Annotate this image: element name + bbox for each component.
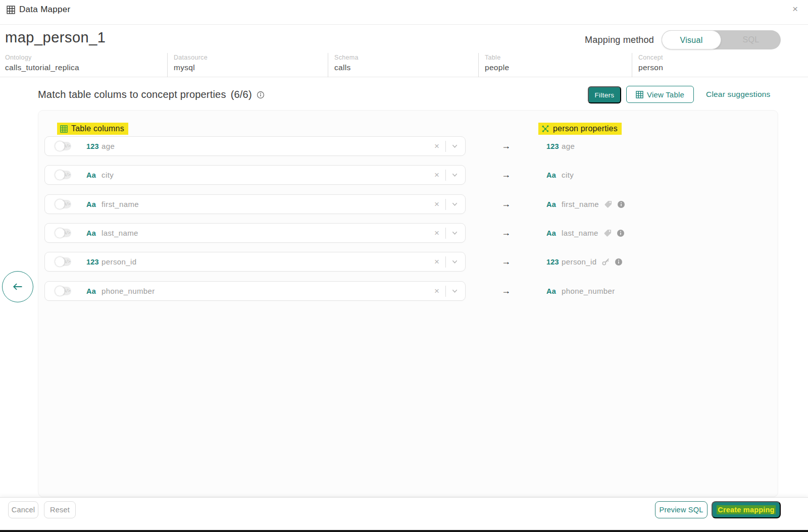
column-name: city (102, 171, 114, 179)
mapping-row: </> Aa city × → Aa city (0, 165, 808, 185)
data-mapper-window: Data Mapper × map_person_1 Mapping metho… (0, 0, 808, 532)
chevron-down-icon[interactable] (451, 230, 458, 236)
column-select-last-name[interactable]: </> Aa last_name × (44, 223, 466, 243)
table-columns-header: Table columns (57, 123, 128, 135)
column-select-age[interactable]: </> 123 age × (44, 136, 466, 156)
property-city: Aa city (546, 165, 579, 185)
info-icon[interactable] (257, 91, 265, 99)
type-number-icon: 123 (86, 142, 102, 150)
type-string-icon: Aa (86, 229, 102, 237)
property-name: age (562, 142, 575, 150)
back-button[interactable] (2, 271, 33, 302)
static-value-toggle[interactable]: </> (55, 200, 71, 208)
meta-schema: Schema calls (328, 53, 478, 77)
clear-selection-icon[interactable]: × (434, 229, 439, 237)
type-number-icon: 123 (546, 142, 562, 150)
type-string-icon: Aa (546, 229, 562, 237)
filters-button[interactable]: Filters (588, 86, 621, 103)
tag-icon (604, 200, 613, 208)
table-grid-icon (636, 91, 643, 98)
window-title: Data Mapper (7, 5, 71, 15)
reset-button[interactable]: Reset (44, 501, 76, 518)
type-string-icon: Aa (546, 287, 562, 295)
property-name: phone_number (562, 287, 615, 295)
mapping-name-title: map_person_1 (5, 29, 106, 46)
meta-concept: Concept person (632, 53, 808, 77)
property-name: city (562, 171, 574, 179)
static-value-toggle[interactable]: </> (55, 287, 71, 295)
column-select-first-name[interactable]: </> Aa first_name × (44, 194, 466, 214)
tab-visual[interactable]: Visual (662, 30, 721, 49)
maps-to-arrow-icon: → (497, 252, 515, 272)
create-mapping-button[interactable]: Create mapping (712, 501, 781, 518)
property-first-name: Aa first_name (546, 194, 630, 214)
type-number-icon: 123 (86, 258, 102, 266)
chevron-down-icon[interactable] (451, 143, 458, 149)
info-icon[interactable] (617, 200, 625, 208)
clear-selection-icon[interactable]: × (434, 200, 439, 208)
type-string-icon: Aa (86, 287, 102, 295)
mapping-method-toggle: Visual SQL (662, 30, 781, 49)
column-name: phone_number (102, 287, 155, 295)
maps-to-arrow-icon: → (497, 281, 515, 301)
info-icon[interactable] (615, 258, 623, 266)
property-name: person_id (562, 257, 596, 266)
mapping-row: </> Aa first_name × → Aa first_name (0, 194, 808, 214)
maps-to-arrow-icon: → (497, 136, 515, 156)
chevron-down-icon[interactable] (451, 258, 458, 265)
mapping-row: </> Aa phone_number × → Aa phone_number (0, 281, 808, 301)
mapping-method-control: Mapping method Visual SQL (585, 30, 781, 49)
chevron-down-icon[interactable] (451, 201, 458, 207)
table-grid-icon (60, 125, 68, 133)
maps-to-arrow-icon: → (497, 194, 515, 214)
property-person-id: 123 person_id (546, 252, 627, 272)
column-name: age (102, 142, 115, 150)
mapping-method-label: Mapping method (585, 35, 654, 45)
maps-to-arrow-icon: → (497, 165, 515, 185)
column-select-person-id[interactable]: </> 123 person_id × (44, 252, 466, 272)
column-select-phone-number[interactable]: </> Aa phone_number × (44, 281, 466, 301)
cancel-button[interactable]: Cancel (8, 501, 38, 518)
maps-to-arrow-icon: → (497, 223, 515, 243)
type-string-icon: Aa (86, 200, 102, 208)
clear-selection-icon[interactable]: × (434, 257, 439, 266)
static-value-toggle[interactable]: </> (55, 142, 71, 150)
clear-suggestions-link[interactable]: Clear suggestions (706, 90, 770, 99)
clear-selection-icon[interactable]: × (434, 142, 439, 150)
person-properties-header: person properties (538, 123, 622, 135)
key-icon (601, 257, 610, 266)
type-string-icon: Aa (546, 200, 562, 208)
column-name: last_name (102, 229, 138, 237)
property-name: last_name (562, 229, 598, 237)
type-number-icon: 123 (546, 258, 562, 266)
meta-table: Table people (478, 53, 632, 77)
static-value-toggle[interactable]: </> (55, 257, 71, 266)
chevron-down-icon[interactable] (451, 288, 458, 294)
meta-ontology: Ontology calls_tutorial_replica (0, 53, 167, 77)
view-table-button[interactable]: View Table (626, 86, 694, 103)
info-icon[interactable] (617, 229, 625, 237)
type-string-icon: Aa (86, 171, 102, 179)
property-age: 123 age (546, 136, 580, 156)
static-value-toggle[interactable]: </> (55, 171, 71, 179)
clear-selection-icon[interactable]: × (434, 287, 439, 295)
property-name: first_name (562, 200, 599, 208)
property-phone-number: Aa phone_number (546, 281, 620, 301)
preview-sql-button[interactable]: Preview SQL (655, 501, 708, 518)
top-bar: Data Mapper × (0, 0, 808, 25)
footer-bar: Cancel Reset Preview SQL Create mapping (0, 497, 808, 530)
column-select-city[interactable]: </> Aa city × (44, 165, 466, 185)
table-grid-icon (7, 6, 15, 14)
mapping-row: </> 123 person_id × → 123 person_id (0, 252, 808, 272)
column-name: first_name (102, 200, 139, 208)
chevron-down-icon[interactable] (451, 172, 458, 178)
mapping-metadata: Ontology calls_tutorial_replica Datasour… (0, 53, 808, 77)
section-title: Match table colums to concept properties… (38, 89, 265, 100)
type-string-icon: Aa (546, 171, 562, 179)
static-value-toggle[interactable]: </> (55, 229, 71, 237)
clear-selection-icon[interactable]: × (434, 171, 439, 179)
arrow-left-icon (12, 281, 24, 293)
tab-sql[interactable]: SQL (721, 30, 781, 49)
column-name: person_id (102, 257, 136, 266)
close-icon[interactable]: × (790, 2, 800, 16)
